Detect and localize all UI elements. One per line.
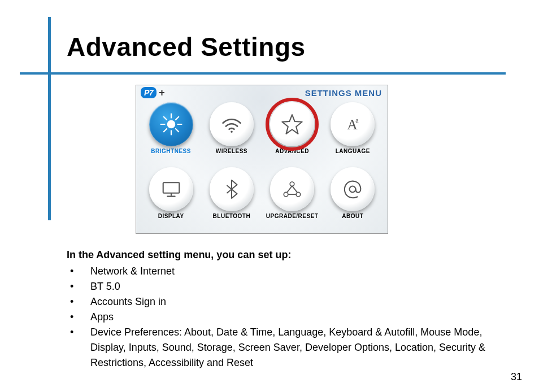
display-circle bbox=[149, 167, 193, 211]
wifi-icon bbox=[219, 112, 244, 137]
menu-item-brightness[interactable]: BRIGHTNESS bbox=[142, 102, 200, 165]
svg-line-19 bbox=[292, 186, 297, 193]
at-sign-icon bbox=[341, 177, 364, 201]
svg-point-21 bbox=[350, 186, 356, 193]
svg-line-18 bbox=[287, 186, 292, 193]
brightness-circle bbox=[149, 102, 193, 146]
share-nodes-icon bbox=[280, 177, 304, 201]
wireless-circle bbox=[210, 102, 254, 146]
settings-menu-grid: BRIGHTNESS WIRELES bbox=[142, 102, 382, 230]
menu-item-upgrade-reset[interactable]: UPGRADE/RESET bbox=[263, 167, 321, 230]
menu-item-label: BRIGHTNESS bbox=[151, 148, 191, 154]
list-item: •Accounts Sign in bbox=[67, 294, 505, 310]
menu-item-advanced[interactable]: ADVANCED bbox=[263, 102, 321, 165]
monitor-icon bbox=[159, 177, 183, 201]
menu-item-label: LANGUAGE bbox=[336, 148, 370, 154]
svg-point-9 bbox=[231, 130, 233, 133]
svg-point-0 bbox=[167, 121, 174, 128]
brightness-icon bbox=[159, 112, 184, 137]
list-item: •BT 5.0 bbox=[67, 279, 505, 294]
menu-item-bluetooth[interactable]: BLUETOOTH bbox=[202, 167, 260, 230]
menu-item-display[interactable]: DISPLAY bbox=[142, 167, 200, 230]
bullet-list: •Network & Internet •BT 5.0 •Accounts Si… bbox=[67, 264, 505, 371]
svg-line-5 bbox=[163, 117, 166, 120]
svg-line-6 bbox=[176, 129, 179, 132]
vertical-rule bbox=[48, 17, 51, 220]
logo-plus: + bbox=[159, 87, 165, 99]
menu-item-label: UPGRADE/RESET bbox=[266, 213, 319, 219]
menu-item-wireless[interactable]: WIRELESS bbox=[202, 102, 260, 165]
svg-text:a: a bbox=[356, 116, 359, 124]
language-circle: A a bbox=[331, 102, 375, 146]
bluetooth-circle bbox=[210, 167, 254, 211]
page-number: 31 bbox=[511, 371, 522, 383]
menu-item-about[interactable]: ABOUT bbox=[324, 167, 382, 230]
settings-menu-figure: P7 + SETTINGS MENU bbox=[136, 85, 388, 234]
language-icon: A a bbox=[340, 112, 365, 137]
list-item: •Apps bbox=[67, 310, 505, 325]
horizontal-rule bbox=[20, 72, 506, 75]
menu-item-label: BLUETOOTH bbox=[213, 213, 251, 219]
list-item: •Device Preferences: About, Date & Time,… bbox=[67, 325, 505, 371]
menu-item-label: DISPLAY bbox=[158, 213, 184, 219]
svg-line-7 bbox=[163, 129, 166, 132]
advanced-circle bbox=[270, 102, 314, 146]
settings-menu-title: SETTINGS MENU bbox=[305, 88, 382, 98]
list-item: •Network & Internet bbox=[67, 264, 505, 279]
upgrade-reset-circle bbox=[270, 167, 314, 211]
menu-item-language[interactable]: A a LANGUAGE bbox=[324, 102, 382, 165]
about-circle bbox=[331, 167, 375, 211]
page-title: Advanced Settings bbox=[67, 32, 306, 62]
settings-menu: P7 + SETTINGS MENU bbox=[136, 85, 388, 233]
svg-rect-12 bbox=[163, 182, 179, 193]
body-text: In the Advanced setting menu, you can se… bbox=[67, 247, 505, 371]
menu-item-label: ABOUT bbox=[342, 213, 363, 219]
menu-item-label: WIRELESS bbox=[216, 148, 247, 154]
svg-point-16 bbox=[284, 192, 288, 197]
settings-menu-header: P7 + SETTINGS MENU bbox=[136, 85, 388, 100]
svg-point-17 bbox=[296, 192, 301, 197]
lead-sentence: In the Advanced setting menu, you can se… bbox=[67, 247, 505, 263]
menu-item-label: ADVANCED bbox=[275, 148, 309, 154]
product-logo: P7 + bbox=[141, 87, 165, 99]
bluetooth-icon bbox=[220, 178, 243, 201]
svg-line-8 bbox=[176, 117, 179, 120]
document-page: Advanced Settings P7 + SETTINGS MENU bbox=[0, 0, 539, 392]
star-icon bbox=[280, 112, 304, 136]
logo-p7-badge: P7 bbox=[141, 87, 157, 98]
svg-point-15 bbox=[290, 182, 294, 186]
